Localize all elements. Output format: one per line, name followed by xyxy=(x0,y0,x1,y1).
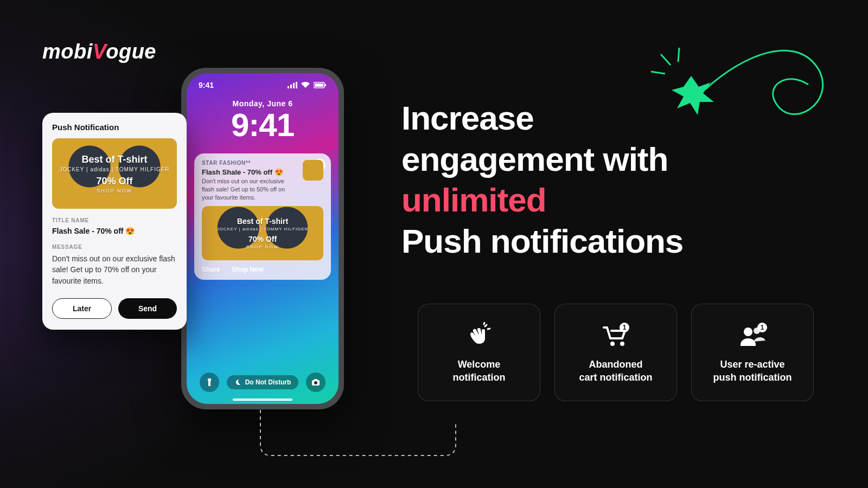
message-label: MESSAGE xyxy=(52,244,177,250)
home-indicator xyxy=(233,399,292,401)
headline-line-3: unlimited xyxy=(401,179,814,221)
logo-pre: mobi xyxy=(42,40,93,63)
tile-label: Abandoned cart notification xyxy=(579,358,652,384)
flashlight-button[interactable] xyxy=(200,373,219,392)
phone-screen: 9:41 Monday, June 6 9:41 ⌃ STAR FASHION*… xyxy=(187,73,339,404)
composer-hero-image: Best of T-shirt JOCKEY | adidas | TOMMY … xyxy=(52,138,177,209)
svg-rect-17 xyxy=(315,84,323,87)
svg-line-0 xyxy=(661,54,671,65)
message-value[interactable]: Don't miss out on our exclusive flash sa… xyxy=(52,253,177,286)
svg-rect-12 xyxy=(288,86,289,88)
headline-line-2: engagement with xyxy=(401,139,814,180)
notif-app-name: STAR FASHION** xyxy=(202,160,297,166)
svg-text:1: 1 xyxy=(623,324,627,331)
svg-point-8 xyxy=(744,328,752,336)
connector-line xyxy=(233,407,461,472)
moon-icon xyxy=(234,379,241,386)
feature-tiles: Welcome notification 1 Abandoned cart no… xyxy=(418,304,814,401)
tile-reactivate[interactable]: 1 User re-active push notification xyxy=(691,304,814,401)
camera-button[interactable] xyxy=(306,373,326,392)
notif-thumbnail xyxy=(303,160,323,181)
status-indicators xyxy=(288,82,327,88)
svg-text:1: 1 xyxy=(761,324,764,331)
battery-icon xyxy=(314,82,327,88)
tile-label: Welcome notification xyxy=(453,358,506,384)
phone-mock: 9:41 Monday, June 6 9:41 ⌃ STAR FASHION*… xyxy=(181,68,344,409)
svg-line-2 xyxy=(678,48,679,62)
notif-body: Don't miss out on our exclusive flash sa… xyxy=(202,177,297,202)
svg-rect-13 xyxy=(290,85,292,88)
notif-action-share[interactable]: Share xyxy=(202,266,220,273)
headline: Increase engagement with unlimited Push … xyxy=(401,98,814,262)
svg-rect-21 xyxy=(314,379,317,381)
wave-hand-icon xyxy=(465,321,493,350)
svg-point-5 xyxy=(620,342,624,346)
users-badge-icon: 1 xyxy=(736,321,769,350)
send-button[interactable]: Send xyxy=(118,298,177,319)
title-value[interactable]: Flash Sale - 70% off 😍 xyxy=(52,227,177,235)
focus-pill[interactable]: Do Not Disturb xyxy=(227,375,299,389)
tile-label: User re-active push notification xyxy=(713,358,792,384)
svg-point-20 xyxy=(314,381,317,384)
title-label: TITLE NAME xyxy=(52,217,177,223)
headline-line-1: Increase xyxy=(401,98,814,139)
logo-post: ogue xyxy=(106,40,156,63)
notif-title: Flash Shale - 70% off 😍 xyxy=(202,168,297,176)
later-button[interactable]: Later xyxy=(52,298,112,319)
svg-rect-14 xyxy=(293,83,295,88)
camera-icon xyxy=(311,378,320,387)
svg-rect-18 xyxy=(325,84,326,86)
brand-logo: mobiVogue xyxy=(42,40,156,63)
wifi-icon xyxy=(301,82,310,88)
flashlight-icon xyxy=(205,378,214,387)
cellular-icon xyxy=(288,82,297,88)
status-bar: 9:41 xyxy=(187,73,339,89)
status-time: 9:41 xyxy=(199,81,214,89)
tile-welcome[interactable]: Welcome notification xyxy=(418,304,540,401)
composer-heading: Push Notification xyxy=(52,123,177,132)
svg-rect-15 xyxy=(296,82,297,88)
lock-time: 9:41 xyxy=(187,109,339,142)
headline-line-4: Push notifications xyxy=(401,221,814,262)
svg-point-4 xyxy=(610,342,615,346)
logo-v: V xyxy=(93,40,106,63)
cart-badge-icon: 1 xyxy=(601,321,631,350)
notif-action-shop[interactable]: Shop Now xyxy=(232,266,264,273)
focus-label: Do Not Disturb xyxy=(245,378,291,386)
lock-notification[interactable]: ⌃ STAR FASHION** Flash Shale - 70% off 😍… xyxy=(194,153,331,280)
tile-abandoned-cart[interactable]: 1 Abandoned cart notification xyxy=(554,304,677,401)
push-composer-card: Push Notification Best of T-shirt JOCKEY… xyxy=(42,113,187,330)
svg-line-1 xyxy=(651,72,665,74)
notif-hero-image: Best of T-shirt JOCKEY | adidas | TOMMY … xyxy=(202,206,323,260)
